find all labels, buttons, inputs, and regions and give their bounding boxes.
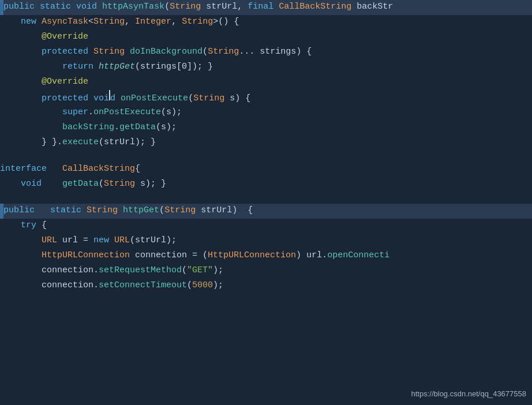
code-line-17: URL url = new URL (strUrl); (0, 234, 532, 249)
method-httpAsynTask: httpAsynTask (102, 0, 164, 14)
method-getData-interface: getData (62, 177, 99, 191)
method-doInBackground: doInBackground (130, 45, 203, 59)
method-execute: execute (62, 136, 99, 149)
method-httpGet-def: httpGet (123, 204, 159, 217)
separator-1 (0, 151, 532, 162)
type-CallBackString: CallBackString (279, 0, 351, 14)
code-line-7: protected voi d onPostExecute ( String s… (0, 90, 532, 106)
type-CallBackString-def: CallBackString (62, 162, 135, 176)
method-httpGet-italic: httpGet (99, 60, 135, 74)
separator-2 (0, 192, 532, 204)
code-editor: public static void httpAsynTask ( String… (0, 0, 532, 405)
annotation-override-2: @Override (42, 75, 88, 89)
code-line-6: @Override (0, 75, 532, 90)
method-openConnection: openConnecti (327, 249, 389, 262)
keyword-final: final (248, 0, 274, 14)
code-line-5: return httpGet (strings[0]); } (0, 60, 532, 75)
code-line-12: interface CallBackString { (0, 162, 532, 177)
keyword-public: public (3, 0, 35, 14)
code-line-19: connection. setRequestMethod ( "GET" ); (0, 264, 532, 279)
method-getData: getData (119, 121, 156, 134)
method-onPostExecute: onPostExecute (121, 92, 188, 106)
annotation-override: @Override (42, 30, 88, 44)
code-line-4: protected String doInBackground ( String… (0, 45, 532, 60)
code-line-2: new AsyncTask < String , Integer , Strin… (0, 15, 532, 30)
code-line-9: backString . getData (s); (0, 121, 532, 136)
code-line-1: public static void httpAsynTask ( String… (0, 0, 532, 15)
keyword-interface: interface (0, 162, 47, 176)
method-onPostExecute-call: onPostExecute (93, 106, 161, 119)
watermark: https://blog.csdn.net/qq_43677558 (411, 388, 527, 400)
keyword-void: void (76, 0, 97, 14)
code-line-10: } }. execute (strUrl); } (0, 136, 532, 151)
method-setRequestMethod: setRequestMethod (99, 264, 182, 278)
code-line-18: HttpURLConnection connection = ( HttpURL… (0, 249, 532, 264)
string-GET: "GET" (187, 264, 213, 278)
method-setConnectTimeout: setConnectTimeout (99, 279, 187, 292)
code-line-3: @Override (0, 30, 532, 45)
code-line-13: void getData ( String s); } (0, 177, 532, 192)
keyword-static: static (40, 0, 71, 14)
code-highlight-marker (0, 0, 3, 15)
type-String: String (170, 0, 201, 14)
code-line-8: super . onPostExecute (s); (0, 106, 532, 121)
code-line-20: connection. setConnectTimeout ( 5000 ); (0, 279, 532, 294)
code-line-15: public static String httpGet ( String st… (0, 204, 532, 219)
method-backString: backString (62, 121, 114, 134)
number-5000: 5000 (192, 279, 213, 292)
code-line-16: try { (0, 219, 532, 234)
